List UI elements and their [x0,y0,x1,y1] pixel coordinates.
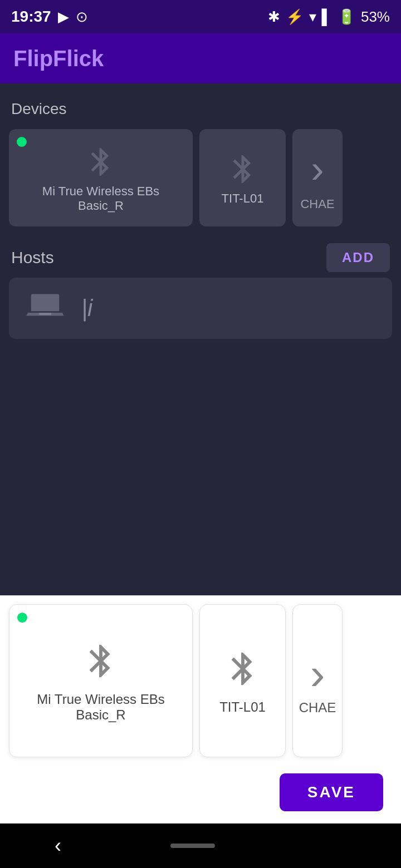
hosts-header: Hosts ADD [0,232,401,278]
bottom-devices-row: Mi True Wireless EBs Basic_R TIT-L01 › C… [0,595,401,768]
battery-icon: 🔋 [338,8,355,26]
bottom-device-card-1[interactable]: Mi True Wireless EBs Basic_R [9,604,193,757]
host-card[interactable]: |i [9,278,392,339]
bottom-chevron-icon: › [310,649,325,700]
app-title: FlipFlick [13,46,104,71]
save-button-container: SAVE [0,768,401,811]
save-button[interactable]: SAVE [280,773,383,811]
signal-icon: ▌ [322,8,332,26]
add-host-button[interactable]: ADD [326,243,390,272]
bottom-device-card-2[interactable]: TIT-L01 [199,604,286,757]
devices-row: Mi True Wireless EBs Basic_R TIT-L01 › C… [0,124,401,232]
bottom-bluetooth-icon-2 [223,649,262,688]
devices-label: Devices [0,95,401,124]
device-name-1: Mi True Wireless EBs Basic_R [18,184,184,213]
status-right: ✱ ⚡ ▾ ▌ 🔋 53% [268,8,390,26]
device-card-2[interactable]: TIT-L01 [199,129,286,226]
laptop-icon [26,289,65,328]
bottom-connected-dot-1 [17,613,27,623]
play-icon: ▶ [58,8,69,26]
hosts-label: Hosts [11,248,54,267]
devices-section: Devices Mi True Wireless EBs Basic_R TIT… [0,95,401,232]
bottom-device-card-3[interactable]: › CHAE [292,604,343,757]
bluetooth-status-icon: ✱ [268,8,280,26]
chevron-icon-partial: › [311,147,324,191]
device-card-3[interactable]: › CHAE [292,129,343,226]
status-time: 19:37 [11,8,51,26]
main-content: Devices Mi True Wireless EBs Basic_R TIT… [0,83,401,668]
device-card-1[interactable]: Mi True Wireless EBs Basic_R [9,129,193,226]
status-left: 19:37 ▶ ⊙ [11,8,88,26]
svg-rect-0 [39,313,51,315]
at-icon: ⊙ [76,8,88,26]
bottom-bluetooth-icon-1 [81,642,120,680]
cursor-indicator: |i [81,295,92,322]
bottom-device-name-3: CHAE [299,700,336,716]
bottom-device-name-1: Mi True Wireless EBs Basic_R [18,692,183,723]
flash-icon: ⚡ [286,8,304,26]
bottom-sheet: Mi True Wireless EBs Basic_R TIT-L01 › C… [0,595,401,823]
device-name-3: CHAE [300,197,334,211]
connected-dot-1 [17,137,27,147]
bottom-device-name-2: TIT-L01 [219,699,266,715]
hosts-section: Hosts ADD |i [0,232,401,339]
home-indicator[interactable] [170,844,215,848]
nav-bar: ‹ [0,823,401,868]
battery-percent: 53% [361,8,390,26]
back-button[interactable]: ‹ [55,834,61,857]
bluetooth-icon-2 [226,152,260,186]
wifi-icon: ▾ [309,8,316,26]
app-bar: FlipFlick [0,33,401,83]
status-bar: 19:37 ▶ ⊙ ✱ ⚡ ▾ ▌ 🔋 53% [0,0,401,33]
device-name-2: TIT-L01 [222,191,264,206]
bluetooth-icon-1 [84,145,118,179]
